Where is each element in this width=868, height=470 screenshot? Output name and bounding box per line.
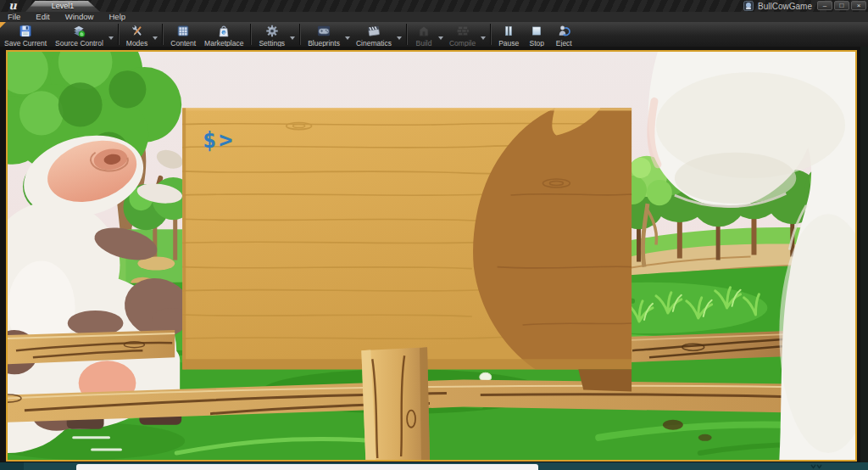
toolbar-separator [299, 24, 301, 45]
toolbar-separator [406, 24, 408, 45]
settings-button[interactable]: Settings [254, 22, 289, 47]
toolbar-separator [490, 24, 492, 45]
gear-icon [263, 24, 281, 38]
game-viewport[interactable]: $> [6, 50, 857, 462]
settings-dropdown[interactable] [290, 36, 295, 40]
menu-file[interactable]: File [0, 12, 28, 22]
level-tab[interactable]: Level1 [25, 1, 100, 12]
game-app-icon [743, 1, 754, 11]
compile-button[interactable]: Compile [445, 22, 480, 47]
eject-person-icon [554, 24, 573, 38]
minimize-button[interactable]: – [817, 1, 832, 10]
restore-button[interactable]: □ [834, 1, 849, 10]
viewport-frame: $> [0, 47, 868, 462]
shopping-bag-icon: u [214, 24, 233, 38]
taskbar-corner-block [0, 462, 24, 470]
title-bar: u Level1 BullCowGame – □ × [0, 0, 868, 13]
sign-post [361, 347, 430, 460]
modes-button[interactable]: Modes [122, 22, 153, 47]
menu-help[interactable]: Help [101, 12, 133, 22]
compile-dropdown[interactable] [481, 36, 486, 40]
marketplace-button[interactable]: u Marketplace [200, 22, 248, 47]
source-control-dropdown[interactable] [108, 36, 114, 40]
eject-button[interactable]: Eject [550, 22, 577, 47]
toolbar-separator [250, 24, 252, 45]
pause-bars-icon [499, 24, 518, 38]
pause-button[interactable]: Pause [494, 22, 523, 47]
stop-square-icon [527, 24, 546, 38]
wrench-pencil-icon [128, 24, 147, 38]
toolbar-separator [118, 24, 120, 45]
save-current-button[interactable]: Save Current [0, 22, 51, 47]
unreal-logo-icon: u [3, 0, 23, 12]
gamepad-icon [314, 24, 333, 38]
grid-drawer-icon [174, 24, 192, 38]
toolbar-separator [162, 24, 164, 45]
menu-edit[interactable]: Edit [28, 12, 57, 22]
stop-button[interactable]: Stop [523, 22, 550, 47]
window-game-title: BullCowGame [758, 2, 812, 11]
cinematics-dropdown[interactable] [397, 36, 402, 40]
source-control-button[interactable]: Source Control [51, 22, 108, 47]
content-button[interactable]: Content [166, 22, 200, 47]
svg-text:u: u [223, 31, 225, 35]
cinematics-button[interactable]: Cinematics [352, 22, 396, 47]
build-dropdown[interactable] [438, 36, 443, 40]
menu-window[interactable]: Window [58, 12, 102, 22]
editor-toolbar: Save Current Source Control Modes Conten… [0, 22, 868, 48]
background-window-edge[interactable] [76, 464, 538, 470]
building-icon [415, 24, 433, 38]
modes-dropdown[interactable] [153, 36, 158, 40]
sign-bottom-corner [578, 369, 632, 391]
clapperboard-icon [364, 24, 383, 38]
taskbar-glyph-icon [810, 464, 824, 469]
terminal-prompt: $> [203, 126, 235, 153]
bullcow-scene: $> [8, 52, 855, 460]
floppy-disk-icon [16, 24, 35, 38]
blueprints-dropdown[interactable] [345, 36, 350, 40]
close-button[interactable]: × [851, 1, 866, 10]
blueprints-button[interactable]: Blueprints [303, 22, 344, 47]
bricks-icon [453, 24, 472, 38]
layers-stack-icon [70, 24, 88, 38]
taskbar-sliver [0, 462, 868, 470]
build-button[interactable]: Build [410, 22, 437, 47]
